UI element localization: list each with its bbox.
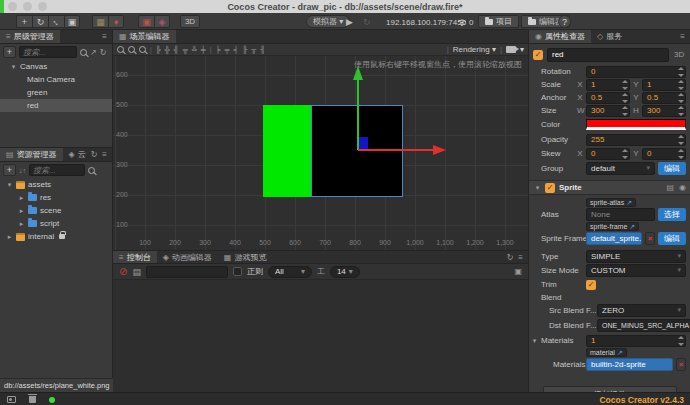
dist-v-icon[interactable]: ╥ (251, 46, 256, 53)
font-size-dropdown[interactable]: 14▾ (330, 266, 360, 278)
refresh-icon[interactable]: ↻ (507, 253, 514, 262)
clear-console-button[interactable]: ⊘ (119, 266, 127, 277)
group-dropdown[interactable]: default▾ (586, 162, 655, 175)
log-file-button[interactable]: ▤ (132, 267, 141, 277)
screenshot-icon[interactable] (7, 396, 16, 403)
gizmo-world-button[interactable]: ◈ (154, 15, 170, 28)
size-w-input[interactable]: 300 (586, 105, 630, 117)
stepper[interactable] (677, 67, 684, 77)
size-mode-dropdown[interactable]: CUSTOM▾ (586, 264, 686, 277)
align-left-icon[interactable]: ╠ (156, 46, 161, 53)
collapse-icon[interactable]: ▸ (18, 207, 25, 215)
menu-icon[interactable]: ≡ (102, 150, 107, 159)
dist-h-icon[interactable]: ╤ (224, 46, 229, 53)
create-node-button[interactable]: + (3, 46, 16, 58)
zoom-in-icon[interactable] (139, 46, 146, 53)
tab-game-preview[interactable]: ▦游戏预览 (218, 251, 273, 263)
locate-icon[interactable]: ↗ (90, 48, 97, 57)
refresh-icon[interactable]: ↻ (100, 48, 107, 57)
link-icon[interactable]: ↗ (626, 199, 632, 207)
opacity-input[interactable]: 255 (586, 134, 686, 146)
step-button[interactable]: ↻ (363, 17, 371, 27)
sprite-frame-field[interactable]: default_sprite... (586, 232, 642, 245)
group-edit-button[interactable]: 编辑 (658, 162, 686, 175)
hierarchy-node-red[interactable]: red (0, 99, 112, 112)
log-level-dropdown[interactable]: All▾ (268, 266, 312, 278)
materials-count-input[interactable]: 1 (586, 335, 686, 347)
rotate-tool-button[interactable]: ↻ (32, 15, 48, 28)
menu-icon[interactable]: ≡ (680, 32, 685, 41)
refresh-icon[interactable]: ↻ (91, 150, 98, 159)
align-bottom-icon[interactable]: ╩ (192, 46, 197, 53)
material-field[interactable]: builtin-2d-sprite (586, 358, 673, 371)
chevron-down-icon[interactable]: ▾ (520, 45, 524, 54)
trim-checkbox[interactable]: ✓ (586, 280, 596, 290)
toggle-3d-button[interactable]: 3D (180, 15, 200, 28)
clear-sprite-frame-button[interactable]: × (645, 232, 655, 245)
regex-checkbox[interactable] (233, 267, 242, 276)
link-icon[interactable]: ↗ (617, 349, 623, 357)
dist-left-icon[interactable]: ╞ (215, 46, 220, 53)
anchor-y-input[interactable]: 0.5 (642, 92, 686, 104)
scene-canvas[interactable]: 使用鼠标右键平移视窗焦点，使用滚轮缩放视图 600 500 400 300 20… (113, 56, 528, 250)
scale-y-input[interactable]: 1 (642, 79, 686, 91)
collapse-section-icon[interactable]: ▾ (534, 184, 541, 192)
rotation-input[interactable]: 0 (586, 66, 686, 78)
gear-icon[interactable]: ◉ (679, 183, 686, 192)
scene-node-blue[interactable] (357, 137, 368, 150)
atlas-select-button[interactable]: 选择 (658, 208, 686, 221)
trash-icon[interactable] (29, 396, 36, 403)
sprite-frame-edit-button[interactable]: 编辑 (658, 232, 686, 245)
hierarchy-node-main-camera[interactable]: Main Camera (0, 73, 112, 86)
console-filter-input[interactable] (146, 266, 228, 278)
expand-icon[interactable]: ▾ (6, 181, 13, 189)
collapse-icon[interactable]: ▸ (18, 220, 25, 228)
tab-console[interactable]: ≡控制台 (113, 251, 157, 263)
gizmo-position-button[interactable]: ▦ (92, 15, 108, 28)
play-button[interactable]: ▶ (346, 17, 353, 27)
align-middle-icon[interactable]: ╪ (201, 46, 206, 53)
tab-scene-editor[interactable]: ▦场景编辑器 (113, 30, 176, 43)
simulator-dropdown[interactable]: 模拟器 ▾ (306, 15, 350, 28)
sort-icon[interactable]: ↓↑ (19, 167, 26, 174)
sprite-type-dropdown[interactable]: SIMPLE▾ (586, 250, 686, 263)
hierarchy-search-input[interactable] (19, 46, 77, 58)
menu-icon[interactable]: ≡ (518, 253, 523, 262)
hierarchy-node-green[interactable]: green (0, 86, 112, 99)
gizmo-local-button[interactable]: ▣ (138, 15, 154, 28)
dist-bottom-icon[interactable]: ╢ (260, 46, 265, 53)
scene-node-red-selected[interactable] (311, 105, 403, 197)
collapse-materials-icon[interactable]: ▾ (531, 337, 538, 345)
tab-cloud[interactable]: ◈云端 (63, 148, 86, 161)
clear-material-button[interactable]: × (676, 358, 686, 371)
search-icon[interactable] (80, 49, 87, 56)
doc-icon[interactable]: ▤ (666, 183, 674, 192)
help-button[interactable]: ? (558, 15, 571, 28)
dst-blend-dropdown[interactable]: ONE_MINUS_SRC_ALPHA▾ (597, 319, 690, 332)
size-h-input[interactable]: 300 (642, 105, 686, 117)
tab-assets[interactable]: ▤资源管理器 (0, 148, 63, 161)
tab-animation-editor[interactable]: ◈动画编辑器 (157, 251, 218, 263)
move-tool-button[interactable]: + (16, 15, 32, 28)
scale-tool-button[interactable]: ↔ (48, 15, 64, 28)
scale-x-input[interactable]: 1 (586, 79, 630, 91)
open-project-button[interactable]: 项目 (478, 15, 519, 28)
console-log-area[interactable] (113, 280, 528, 393)
scene-node-green[interactable] (263, 105, 311, 197)
dist-right-icon[interactable]: ╡ (233, 46, 238, 53)
skew-x-input[interactable]: 0 (586, 148, 630, 160)
anchor-x-input[interactable]: 0.5 (586, 92, 630, 104)
camera-view-icon[interactable] (506, 46, 516, 53)
collapse-icon[interactable]: ▸ (6, 233, 13, 241)
asset-folder-internal[interactable]: ▸internal (0, 230, 112, 243)
assets-search-input[interactable] (29, 164, 85, 176)
search-icon[interactable] (88, 167, 95, 174)
dist-top-icon[interactable]: ╟ (242, 46, 247, 53)
align-right-icon[interactable]: ╣ (174, 46, 179, 53)
create-asset-button[interactable]: + (3, 164, 16, 176)
asset-folder-assets[interactable]: ▾assets (0, 178, 112, 191)
node-active-checkbox[interactable]: ✓ (533, 50, 543, 60)
expand-icon[interactable]: ▾ (10, 63, 17, 71)
align-top-icon[interactable]: ╦ (183, 46, 188, 53)
asset-folder-res[interactable]: ▸res (0, 191, 112, 204)
